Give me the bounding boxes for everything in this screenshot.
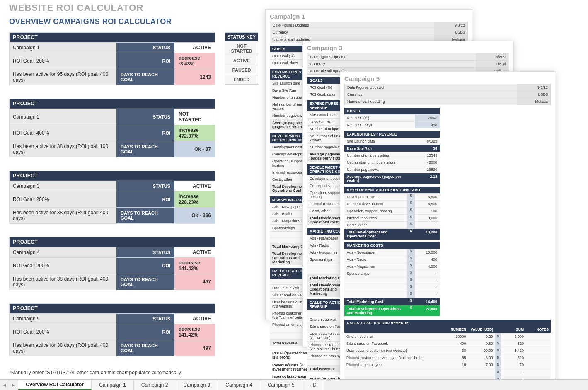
status-value[interactable]: ACTIVE xyxy=(174,181,215,191)
tab-campaign-5[interactable]: Campaign 5 xyxy=(260,380,302,390)
pv-value: - xyxy=(415,291,440,298)
roi-label: ROI xyxy=(116,324,174,340)
sheet-tabs: ◄ ► Overview ROI Calculator Campaign 1 C… xyxy=(0,379,588,390)
meta-label: Currency xyxy=(270,29,434,36)
project-name: Campaign 5 xyxy=(10,314,116,324)
status-key-item: PAUSED xyxy=(225,65,258,75)
cta-value: 0.80 xyxy=(468,340,495,347)
tab-campaign-4[interactable]: Campaign 4 xyxy=(218,380,260,390)
pv-label: Total Development and Operations Cost xyxy=(344,229,407,240)
meta-value: 9/8/22 xyxy=(434,22,467,29)
pv-value: 2.18 xyxy=(415,173,440,184)
pv-label: ROI Goal, days xyxy=(344,122,415,128)
meta-label: Name of staff updating xyxy=(345,98,517,105)
section-header-goals: GOALS xyxy=(344,108,440,114)
tab-overview[interactable]: Overview ROI Calculator xyxy=(18,380,92,390)
pv-value: 200% xyxy=(415,115,440,121)
pv-value: 45000 xyxy=(415,159,440,166)
status-key-item: NOT STARTED xyxy=(225,41,258,56)
project-name: Campaign 3 xyxy=(10,181,116,191)
cta-label: Site shared on Facebook xyxy=(344,340,445,347)
pv-label: Concept development xyxy=(344,201,407,207)
project-header: PROJECT xyxy=(10,99,215,109)
project-card: PROJECT Campaign 4 STATUS ACTIVE ROI Goa… xyxy=(9,237,215,290)
tab-campaign-2[interactable]: Campaign 2 xyxy=(134,380,176,390)
cta-value: 2,000 xyxy=(501,333,526,340)
pv-label: Internal resources xyxy=(344,215,407,221)
cta-col: NUMBER xyxy=(445,326,468,333)
roi-label: ROI xyxy=(116,191,174,207)
project-card: PROJECT Campaign 2 STATUS NOT STARTED RO… xyxy=(9,99,215,157)
status-value[interactable]: NOT STARTED xyxy=(174,109,215,125)
meta-value: USD$ xyxy=(434,29,467,36)
status-label: STATUS xyxy=(116,247,174,257)
pv-value: 12343 xyxy=(415,152,440,159)
status-value[interactable]: ACTIVE xyxy=(174,247,215,257)
project-card: PROJECT Campaign 3 STATUS ACTIVE ROI Goa… xyxy=(9,171,215,224)
preview-title: Campaign 1 xyxy=(266,10,472,22)
pv-value: - xyxy=(415,284,440,291)
cta-value: 7.00 xyxy=(468,361,495,368)
status-label: STATUS xyxy=(116,43,174,53)
footnote: *Manually enter "STATUS." All other data… xyxy=(9,370,215,375)
active-line: Has been active for 38 days (ROI goal: 4… xyxy=(10,340,116,356)
pv-value: - xyxy=(415,270,440,277)
meta-value: USD$ xyxy=(476,61,509,67)
cta-value: 3,420 xyxy=(501,347,526,354)
tab-truncated[interactable]: - D xyxy=(302,380,324,390)
cta-label: User became customer (via website) xyxy=(344,347,445,354)
tab-campaign-1[interactable]: Campaign 1 xyxy=(92,380,134,390)
pv-value: 26890 xyxy=(415,166,440,173)
days-label: DAYS TO REACH GOAL xyxy=(116,69,174,85)
days-value: 1243 xyxy=(174,69,215,85)
pv-value: 4,500 xyxy=(415,201,440,207)
cta-value: 65 xyxy=(445,354,468,361)
cta-value: 10000 xyxy=(445,333,468,340)
cta-value: - xyxy=(501,368,526,375)
meta-value: Melissa xyxy=(517,98,550,105)
pv-value: 400 xyxy=(415,122,440,128)
cta-label: One unique visit xyxy=(344,333,445,340)
pv-label: Total Development Operations and Marketi… xyxy=(344,305,407,316)
status-key-item: ACTIVE xyxy=(225,56,258,65)
pv-label: Ads - Magazines xyxy=(344,263,407,270)
cta-col: NOTES xyxy=(526,326,551,333)
roi-goal-line: ROI Goal: 400% xyxy=(10,125,116,141)
tab-prev-icon[interactable]: ◄ xyxy=(0,380,9,390)
cta-value: 10 xyxy=(445,361,468,368)
meta-label: Date Figures Updated xyxy=(307,53,476,60)
project-name: Campaign 2 xyxy=(10,109,116,125)
status-value[interactable]: ACTIVE xyxy=(174,314,215,324)
days-label: DAYS TO REACH GOAL xyxy=(116,141,174,157)
pv-label: Ads - Newspaper xyxy=(344,249,407,256)
section-header-dev: DEVELOPMENT AND OPERATIONS COST xyxy=(344,187,440,193)
pv-value: 4,000 xyxy=(415,263,440,270)
cta-value: 90.00 xyxy=(468,347,495,354)
section-header-mkt: MARKETING COSTS xyxy=(344,242,440,249)
pv-label: Site Launch date xyxy=(344,138,415,145)
meta-value: USD$ xyxy=(517,91,550,98)
cta-value: 0.20 xyxy=(468,333,495,340)
meta-label: Currency xyxy=(307,61,476,67)
section-header-exp: EXPENDITURES / REVENUE xyxy=(344,131,440,138)
pv-value: 10,000 xyxy=(415,249,440,256)
tab-campaign-3[interactable]: Campaign 3 xyxy=(176,380,218,390)
pv-value: 100 xyxy=(415,208,440,214)
status-key: STATUS KEY NOT STARTED ACTIVE PAUSED END… xyxy=(225,32,258,85)
status-value[interactable]: ACTIVE xyxy=(174,43,215,53)
status-label: STATUS xyxy=(116,181,174,191)
section-header-cta: CALLS TO ACTION AND REVENUE xyxy=(344,320,551,326)
project-name: Campaign 4 xyxy=(10,247,116,257)
active-line: Has been active for 38 days (ROI goal: 4… xyxy=(10,208,116,223)
active-line: Has been active for 95 days (ROI goal: 4… xyxy=(10,69,116,85)
tab-next-icon[interactable]: ► xyxy=(9,380,18,390)
roi-value: decrease 141.42% xyxy=(174,258,215,274)
cta-value: 320 xyxy=(501,340,526,347)
cta-value: 520 xyxy=(501,354,526,361)
roi-value: increase 472.37% xyxy=(174,125,215,141)
pv-value: 3,000 xyxy=(415,215,440,221)
pv-value: 14,400 xyxy=(415,298,440,305)
pv-value: 400 xyxy=(415,256,440,263)
status-key-item: ENDED xyxy=(225,75,258,84)
project-header: PROJECT xyxy=(10,304,215,313)
